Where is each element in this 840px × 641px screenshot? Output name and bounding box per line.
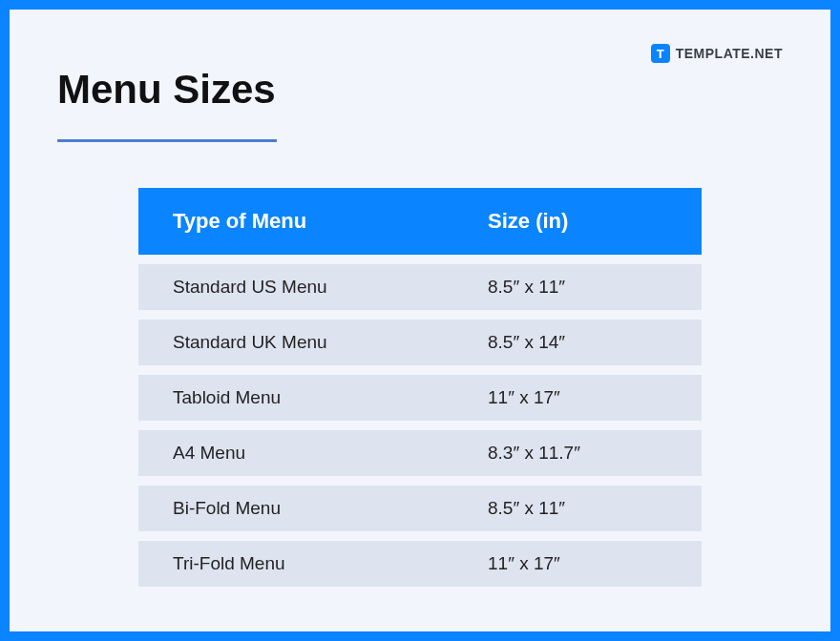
cell-type: Tri-Fold Menu [173,553,488,574]
table-row: Standard US Menu 8.5″ x 11″ [138,264,702,310]
cell-size: 8.3″ x 11.7″ [488,443,702,464]
brand-icon-letter: T [657,47,664,61]
cell-type: A4 Menu [173,443,488,464]
cell-type: Bi-Fold Menu [173,498,488,519]
cell-type: Tabloid Menu [173,387,488,408]
table-row: Tabloid Menu 11″ x 17″ [138,375,702,421]
table-row: A4 Menu 8.3″ x 11.7″ [138,430,702,476]
page: T TEMPLATE.NET Menu Sizes Type of Menu S… [10,10,830,631]
brand-name: TEMPLATE.NET [676,46,783,61]
cell-size: 11″ x 17″ [488,387,702,408]
cell-type: Standard UK Menu [173,332,488,353]
menu-sizes-table: Type of Menu Size (in) Standard US Menu … [138,188,702,587]
cell-type: Standard US Menu [173,277,488,298]
brand-logo: T TEMPLATE.NET [651,44,783,63]
table-header-size: Size (in) [488,209,702,234]
brand-icon: T [651,44,670,63]
table-row: Standard UK Menu 8.5″ x 14″ [138,320,702,365]
table-row: Bi-Fold Menu 8.5″ x 11″ [138,486,702,531]
cell-size: 8.5″ x 11″ [488,498,702,519]
table-row: Tri-Fold Menu 11″ x 17″ [138,541,702,587]
table-header-row: Type of Menu Size (in) [138,188,702,255]
table-header-type: Type of Menu [173,209,488,234]
title-underline [57,139,277,142]
page-title: Menu Sizes [57,67,783,113]
cell-size: 8.5″ x 14″ [488,332,702,353]
cell-size: 11″ x 17″ [488,553,702,574]
cell-size: 8.5″ x 11″ [488,277,702,298]
